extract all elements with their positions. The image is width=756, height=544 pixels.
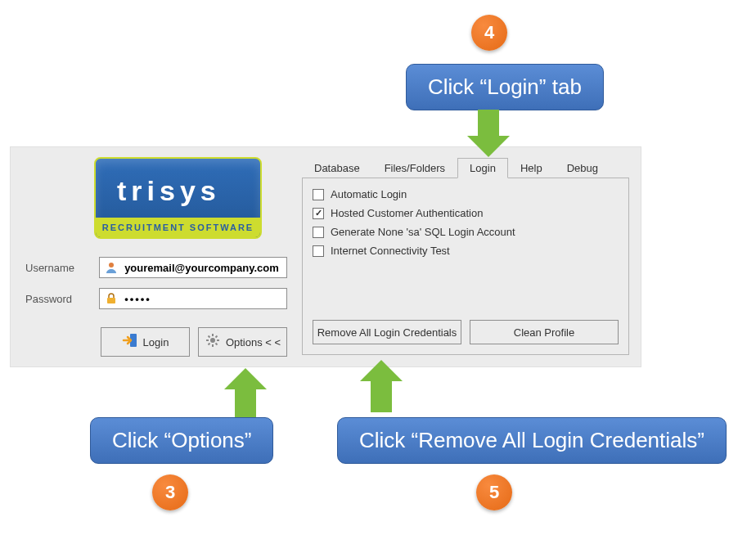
login-dialog: trisys RECRUITMENT SOFTWARE Username Pas… [10,146,641,367]
user-icon [105,260,118,275]
tab-buttons: Remove All Login Credentials Clean Profi… [313,320,619,344]
svg-point-0 [109,263,114,268]
step3-callout: Click “Options” [90,417,273,464]
lock-icon [105,291,118,306]
gear-icon [205,332,221,353]
options-button-label: Options < < [226,336,281,348]
step5-callout-text: Click “Remove All Login Credentials” [359,428,704,452]
left-pane: trisys RECRUITMENT SOFTWARE Username Pas… [25,157,287,357]
password-label: Password [25,293,99,305]
checkbox-hosted-auth[interactable] [313,208,324,219]
step4-badge-num: 4 [484,22,494,43]
login-button[interactable]: Login [101,327,190,357]
password-row: Password [25,288,287,309]
tab-debug[interactable]: Debug [555,158,610,178]
step4-callout-text: Click “Login” tab [428,74,582,99]
svg-rect-1 [107,298,115,303]
checkbox-hosted-auth-label: Hosted Customer Authentication [331,207,483,219]
login-button-label: Login [143,336,169,348]
checkbox-automatic-login-label: Automatic Login [331,188,407,200]
svg-line-10 [215,335,217,337]
trisys-logo: trisys RECRUITMENT SOFTWARE [94,157,262,239]
step4-callout: Click “Login” tab [406,64,604,110]
checkbox-row-nettest: Internet Connectivity Test [313,245,619,257]
remove-credentials-button[interactable]: Remove All Login Credentials [313,320,461,344]
step3-badge-num: 3 [165,482,175,503]
checkbox-none-sa-label: Generate None 'sa' SQL Login Account [331,226,515,238]
tab-login[interactable]: Login [457,158,508,178]
username-input[interactable] [123,261,281,275]
logo-subtitle: RECRUITMENT SOFTWARE [96,218,260,237]
tab-files-folders[interactable]: Files/Folders [372,158,457,178]
checkbox-row-hosted-auth: Hosted Customer Authentication [313,207,619,219]
checkbox-row-none-sa: Generate None 'sa' SQL Login Account [313,226,619,238]
login-button-row: Login Options < < [101,327,287,357]
tab-help[interactable]: Help [508,158,555,178]
username-field[interactable] [99,257,287,278]
tab-database[interactable]: Database [302,158,372,178]
tabstrip: Database Files/Folders Login Help Debug [302,157,629,178]
options-button[interactable]: Options < < [198,327,287,357]
password-field[interactable] [99,288,287,309]
options-pane: Database Files/Folders Login Help Debug … [302,157,629,355]
tab-login-body: Automatic Login Hosted Customer Authenti… [302,178,629,355]
checkbox-none-sa[interactable] [313,227,324,238]
step5-badge: 5 [476,474,512,510]
password-input[interactable] [123,292,281,306]
login-arrow-icon [122,332,138,353]
username-row: Username [25,257,287,278]
checkbox-row-automatic-login: Automatic Login [313,188,619,200]
logo-brand: trisys [117,175,221,207]
step5-callout: Click “Remove All Login Credentials” [337,417,727,464]
svg-line-8 [208,335,209,337]
step5-badge-num: 5 [489,482,499,503]
step3-badge: 3 [152,474,188,510]
clean-profile-button[interactable]: Clean Profile [470,320,619,344]
checkbox-nettest[interactable] [313,245,324,257]
step4-badge: 4 [471,15,507,51]
svg-line-9 [215,343,217,344]
svg-point-3 [210,338,215,343]
svg-line-11 [208,343,209,344]
checkbox-automatic-login[interactable] [313,189,324,200]
step3-callout-text: Click “Options” [112,428,251,452]
checkbox-nettest-label: Internet Connectivity Test [331,245,450,257]
username-label: Username [25,262,99,274]
